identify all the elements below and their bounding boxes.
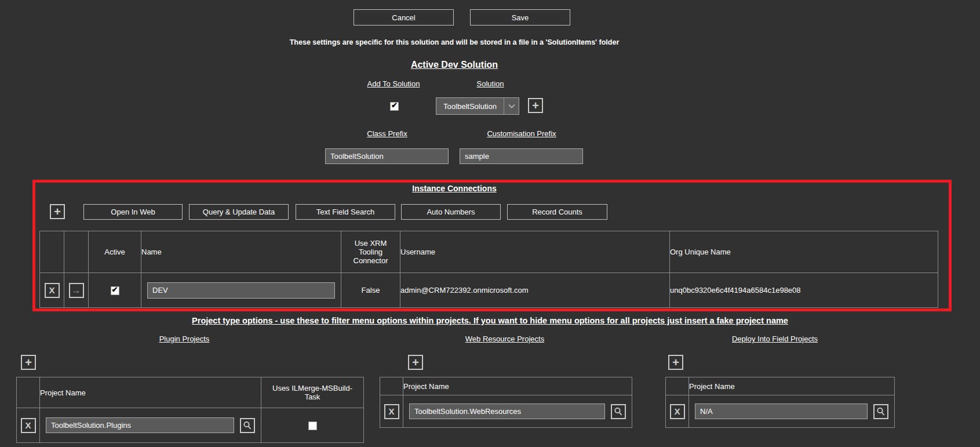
web-resource-search-button[interactable] (611, 404, 626, 419)
settings-note: These settings are specific for this sol… (0, 38, 909, 46)
active-dev-solution-title: Active Dev Solution (0, 60, 909, 70)
x-icon: X (25, 421, 31, 430)
magnifier-icon (614, 407, 623, 416)
customisation-prefix-label: Customisation Prefix (487, 129, 556, 138)
plus-icon: + (412, 357, 419, 368)
header-project-name: Project Name (689, 377, 895, 395)
cancel-button[interactable]: Cancel (354, 9, 454, 26)
deploy-project-row: X (666, 395, 895, 428)
add-web-resource-project-button[interactable]: + (408, 355, 423, 370)
magnifier-icon (876, 407, 886, 416)
header-move-col (64, 231, 89, 273)
connection-org-unique-name-value: unq0bc9320e6c4f4194a6584c1e98e08 (670, 273, 938, 308)
x-icon: X (388, 407, 394, 416)
plus-icon: + (532, 100, 539, 111)
header-project-name: Project Name (40, 377, 261, 408)
plus-icon: + (672, 357, 679, 368)
deploy-search-button[interactable] (873, 404, 888, 419)
class-prefix-input[interactable] (325, 148, 449, 164)
text-field-search-button[interactable]: Text Field Search (296, 204, 395, 220)
solution-label: Solution (477, 79, 504, 88)
add-to-solution-checkbox[interactable] (390, 102, 399, 111)
deploy-into-field-projects-label: Deploy Into Field Projects (732, 335, 818, 343)
header-org-unique-name: Org Unique Name (670, 231, 938, 273)
save-button[interactable]: Save (470, 9, 570, 26)
header-use-xrm-tooling-connector: Use XRM Tooling Connector (341, 231, 400, 273)
deploy-projects-table: Project Name X (665, 377, 895, 428)
header-delete-col (666, 377, 689, 395)
record-counts-button[interactable]: Record Counts (507, 204, 607, 220)
class-prefix-label: Class Prefix (367, 129, 407, 138)
web-resource-project-name-input[interactable] (409, 404, 605, 419)
magnifier-icon (243, 421, 252, 430)
delete-connection-button[interactable]: X (45, 283, 60, 298)
add-to-solution-label: Add To Solution (367, 79, 420, 88)
solution-dropdown[interactable]: ToolbeltSolution (436, 97, 519, 115)
add-deploy-project-button[interactable]: + (668, 355, 683, 370)
open-in-web-button[interactable]: Open In Web (83, 204, 183, 220)
move-connection-button[interactable]: → (69, 283, 84, 298)
uses-ilmerge-checkbox[interactable] (308, 421, 317, 430)
x-icon: X (674, 407, 680, 416)
plugin-projects-table: Project Name Uses ILMerge-MSBuild-Task X (16, 377, 364, 443)
plus-icon: + (54, 206, 61, 217)
delete-plugin-project-button[interactable]: X (21, 418, 36, 433)
connection-name-input[interactable] (147, 282, 335, 299)
web-resource-projects-label: Web Resource Projects (465, 335, 544, 343)
web-resource-projects-table: Project Name X (380, 377, 632, 428)
solution-settings-page: { "colors": { "background": "#313131", "… (0, 0, 980, 447)
solution-dropdown-value: ToolbeltSolution (436, 98, 504, 114)
connections-table: Active Name Use XRM Tooling Connector Us… (39, 231, 938, 308)
x-icon: X (49, 286, 54, 295)
deploy-project-name-input[interactable] (695, 404, 868, 419)
instance-connections-title: Instance Connections (0, 184, 909, 193)
header-name: Name (141, 231, 341, 273)
header-delete-col (380, 377, 403, 395)
delete-deploy-project-button[interactable]: X (670, 404, 685, 419)
header-active: Active (89, 231, 141, 273)
connection-xrm-value: False (341, 273, 400, 308)
customisation-prefix-input[interactable] (460, 148, 583, 164)
plugin-projects-label: Plugin Projects (159, 335, 210, 343)
arrow-right-icon: → (72, 286, 81, 295)
project-type-options-title: Project type options - use these to filt… (0, 316, 980, 325)
delete-web-resource-project-button[interactable]: X (384, 404, 399, 419)
auto-numbers-button[interactable]: Auto Numbers (401, 204, 501, 220)
plugin-project-name-input[interactable] (46, 417, 234, 433)
connection-username-value: admin@CRM722392.onmicrosoft.com (400, 273, 670, 308)
header-project-name: Project Name (403, 377, 632, 395)
plus-icon: + (25, 357, 32, 368)
plugin-project-row: X (17, 408, 364, 443)
plugin-project-search-button[interactable] (240, 418, 255, 433)
connection-active-checkbox[interactable] (111, 286, 119, 295)
query-update-data-button[interactable]: Query & Update Data (189, 204, 289, 220)
header-uses-ilmerge: Uses ILMerge-MSBuild-Task (261, 377, 364, 408)
header-delete-col (17, 377, 40, 408)
add-solution-button[interactable]: + (528, 98, 543, 113)
add-plugin-project-button[interactable]: + (21, 355, 36, 370)
connection-row: X → False admin@CRM722392.onmicrosoft.co… (40, 273, 938, 308)
header-delete-col (40, 231, 64, 273)
header-username: Username (400, 231, 670, 273)
web-resource-project-row: X (380, 395, 632, 428)
chevron-down-icon (504, 98, 519, 114)
add-connection-button[interactable]: + (50, 204, 65, 219)
